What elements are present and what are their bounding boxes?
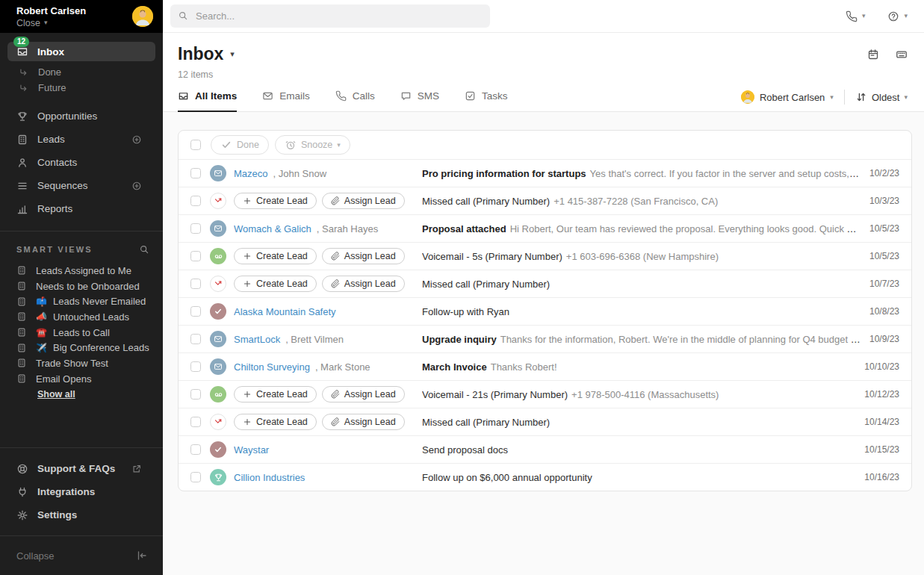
inbox-row[interactable]: Create LeadAssign LeadVoicemail - 5s (Pr…: [179, 242, 911, 270]
row-checkbox[interactable]: [190, 389, 201, 400]
smart-view-item[interactable]: ✈️Big Conference Leads: [0, 340, 163, 355]
lead-link[interactable]: Cillion Industries: [234, 472, 305, 483]
inbox-row[interactable]: Womach & Galich, Sarah HayesProposal att…: [179, 214, 911, 242]
row-checkbox[interactable]: [190, 223, 201, 234]
user-filter-dropdown[interactable]: Robert Carlsen ▾: [741, 90, 834, 104]
keyboard-shortcuts-icon[interactable]: [896, 49, 908, 60]
row-checkbox[interactable]: [190, 306, 201, 317]
row-date: 10/8/23: [869, 306, 899, 317]
lead-link[interactable]: Womach & Galich: [234, 223, 311, 234]
inbox-row[interactable]: Mazeco, John SnowPro pricing information…: [179, 159, 911, 187]
sort-dropdown[interactable]: Oldest ▾: [855, 91, 908, 103]
sidebar-item-support-faqs[interactable]: Support & FAQs: [0, 457, 163, 480]
assign-lead-button[interactable]: Assign Lead: [322, 248, 405, 264]
calendar-icon[interactable]: [867, 49, 879, 60]
phone-menu-button[interactable]: ▾: [846, 10, 866, 22]
tab-sms[interactable]: SMS: [400, 90, 439, 112]
plus-circle-icon[interactable]: [131, 181, 142, 191]
lead-link[interactable]: Waystar: [234, 444, 269, 456]
smart-view-label: Big Conference Leads: [53, 342, 149, 353]
paperclip-icon: [331, 196, 340, 205]
lead-link[interactable]: Mazeco: [234, 168, 268, 179]
missed-call-icon: [214, 417, 223, 426]
sidebar-item-integrations[interactable]: Integrations: [0, 480, 163, 503]
assign-lead-button[interactable]: Assign Lead: [322, 276, 405, 292]
create-lead-button[interactable]: Create Lead: [234, 193, 317, 209]
topbar: ▾ ▾: [163, 0, 924, 33]
inbox-row[interactable]: WaystarSend proposal docs10/15/23: [179, 435, 911, 463]
tab-emails[interactable]: Emails: [262, 90, 310, 112]
sidebar-item-reports[interactable]: Reports: [0, 197, 163, 220]
inbox-row[interactable]: Create LeadAssign LeadMissed call (Prima…: [179, 408, 911, 435]
inbox-row[interactable]: Alaska Mountain SafetyFollow-up with Rya…: [179, 297, 911, 325]
tab-label: Calls: [353, 90, 375, 102]
tab-all-items[interactable]: All Items: [178, 90, 237, 112]
sidebar-item-settings[interactable]: Settings: [0, 503, 163, 526]
sidebar-footer: Support & FAQsIntegrationsSettings: [0, 447, 163, 535]
speech-bubble-icon: [400, 90, 412, 102]
lead-link[interactable]: Alaska Mountain Safety: [234, 306, 336, 317]
row-lead-cell: Alaska Mountain Safety: [234, 306, 422, 317]
smart-view-item[interactable]: Email Opens: [0, 371, 163, 387]
search-icon[interactable]: [139, 244, 149, 255]
inbox-row[interactable]: Cillion IndustriesFollow up on $6,000 an…: [179, 463, 911, 491]
check-icon: [220, 139, 232, 151]
smart-view-label: Needs to be Onboarded: [36, 281, 140, 292]
inbox-row[interactable]: SmartLock, Brett VilmenUpgrade inquiryTh…: [179, 325, 911, 352]
search-input[interactable]: [170, 4, 490, 28]
smart-view-item[interactable]: 📣Untouched Leads: [0, 309, 163, 325]
row-checkbox[interactable]: [190, 444, 201, 455]
row-checkbox[interactable]: [190, 168, 201, 178]
select-all-checkbox[interactable]: [190, 140, 201, 150]
smart-view-item[interactable]: Trade Show Test: [0, 355, 163, 371]
assign-lead-button[interactable]: Assign Lead: [322, 386, 405, 402]
tab-calls[interactable]: Calls: [335, 90, 375, 112]
create-lead-button[interactable]: Create Lead: [234, 276, 317, 292]
sidebar-item-opportunities[interactable]: Opportunities: [0, 105, 163, 128]
sidebar-item-sequences[interactable]: Sequences: [0, 174, 163, 197]
create-lead-button[interactable]: Create Lead: [234, 386, 317, 402]
row-checkbox[interactable]: [190, 472, 201, 482]
smart-view-item[interactable]: ☎️Leads to Call: [0, 325, 163, 341]
inbox-row[interactable]: Create LeadAssign LeadMissed call (Prima…: [179, 270, 911, 297]
missed-call-icon: [214, 196, 223, 205]
plus-circle-icon[interactable]: [131, 134, 142, 145]
assign-lead-button[interactable]: Assign Lead: [322, 414, 405, 430]
row-preview: Yes that's correct. If you factor in the…: [590, 168, 861, 179]
inbox-title-dropdown[interactable]: Inbox ▾: [178, 44, 235, 64]
inbox-row[interactable]: Create LeadAssign LeadMissed call (Prima…: [179, 187, 911, 214]
row-subject: March Invoice: [422, 361, 487, 373]
tab-tasks[interactable]: Tasks: [465, 90, 508, 112]
branch-arrow-icon: [18, 67, 28, 78]
row-checkbox[interactable]: [190, 196, 201, 206]
row-checkbox[interactable]: [190, 361, 201, 372]
missed-call-avatar: [210, 193, 226, 209]
sidebar-item-inbox[interactable]: 12 Inbox: [7, 42, 155, 61]
inbox-row[interactable]: Create LeadAssign LeadVoicemail - 21s (P…: [179, 380, 911, 408]
create-lead-button[interactable]: Create Lead: [234, 414, 317, 430]
row-checkbox[interactable]: [190, 417, 201, 427]
sidebar-item-leads[interactable]: Leads: [0, 128, 163, 151]
lead-link[interactable]: Chilton Surveying: [234, 361, 310, 373]
avatar[interactable]: [132, 6, 153, 27]
sidebar-item-done[interactable]: Done: [0, 64, 163, 80]
assign-lead-button[interactable]: Assign Lead: [322, 193, 405, 209]
snooze-button[interactable]: Snooze ▾: [275, 135, 350, 155]
smart-view-item[interactable]: Leads Assigned to Me: [0, 263, 163, 279]
inbox-row[interactable]: Chilton Surveying, Mark StoneMarch Invoi…: [179, 352, 911, 380]
done-button[interactable]: Done: [211, 135, 269, 155]
row-checkbox[interactable]: [190, 251, 201, 261]
smart-view-item[interactable]: Needs to be Onboarded: [0, 279, 163, 294]
show-all-link[interactable]: Show all: [37, 389, 75, 400]
lead-link[interactable]: SmartLock: [234, 334, 280, 345]
smart-view-item[interactable]: 📫Leads Never Emailed: [0, 293, 163, 309]
sidebar-item-future[interactable]: Future: [0, 80, 163, 96]
row-checkbox[interactable]: [190, 279, 201, 289]
alarm-clock-icon: [285, 139, 297, 151]
create-lead-button[interactable]: Create Lead: [234, 248, 317, 264]
sidebar-item-contacts[interactable]: Contacts: [0, 151, 163, 174]
row-checkbox[interactable]: [190, 334, 201, 344]
help-menu-button[interactable]: ▾: [887, 10, 908, 22]
account-switcher[interactable]: Robert Carlsen Close ▾: [0, 0, 163, 33]
collapse-button[interactable]: Collapse: [0, 535, 163, 575]
